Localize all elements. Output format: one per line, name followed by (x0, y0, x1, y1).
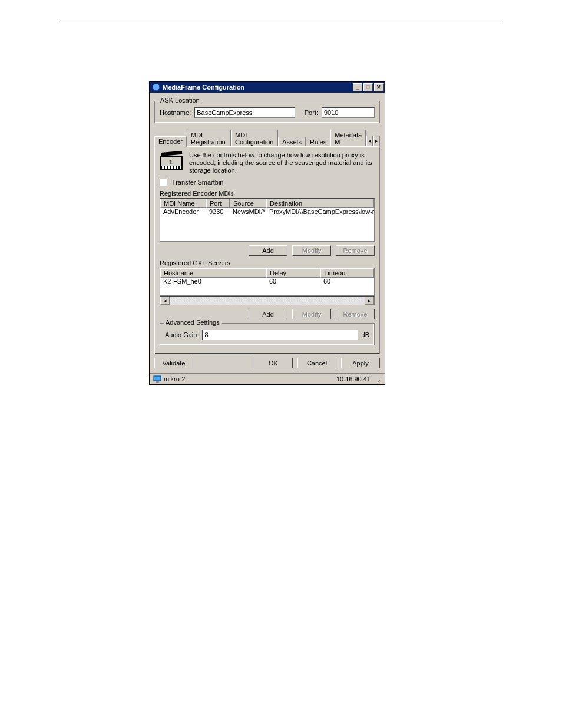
svg-point-0 (153, 84, 160, 91)
ask-location-group: ASK Location Hostname: Port: (154, 101, 380, 123)
scroll-track[interactable] (170, 297, 365, 305)
svg-rect-8 (177, 166, 178, 169)
col-mdi-name[interactable]: MDI Name (160, 199, 206, 208)
mdi-remove-button[interactable]: Remove (336, 245, 375, 256)
col-timeout[interactable]: Timeout (320, 268, 374, 278)
app-icon (152, 83, 160, 91)
tab-encoder[interactable]: Encoder (154, 136, 187, 147)
ask-location-legend: ASK Location (158, 97, 201, 104)
minimize-button[interactable]: _ (353, 83, 362, 91)
registered-encoder-mdis-label: Registered Encoder MDIs (160, 190, 375, 197)
status-bar: mikro-2 10.16.90.41 (150, 373, 385, 384)
resize-grip-icon[interactable] (373, 375, 381, 383)
port-input[interactable] (322, 107, 375, 118)
tab-metadata[interactable]: Metadata M (330, 130, 366, 147)
audio-gain-input[interactable] (202, 330, 358, 340)
status-ip: 10.16.90.41 (336, 375, 371, 383)
svg-rect-13 (156, 381, 159, 383)
hostname-input[interactable] (194, 107, 295, 118)
encoder-tab-panel: 1 Use the controls below to change how l… (154, 146, 380, 354)
mdi-add-button[interactable]: Add (249, 245, 287, 256)
titlebar[interactable]: MediaFrame Configuration _ □ ✕ (150, 82, 385, 93)
encoder-description: Use the controls below to change how low… (189, 151, 375, 175)
close-button[interactable]: ✕ (374, 83, 384, 91)
computer-icon (153, 375, 161, 383)
tab-assets[interactable]: Assets (278, 137, 306, 147)
svg-rect-10 (161, 151, 182, 156)
validate-button[interactable]: Validate (154, 358, 193, 368)
col-delay[interactable]: Delay (266, 268, 320, 278)
gxf-remove-button[interactable]: Remove (336, 309, 375, 319)
svg-rect-5 (168, 166, 170, 169)
cell-timeout: 60 (320, 278, 374, 285)
cell-hostname: K2-FSM_he0 (160, 278, 266, 285)
cancel-button[interactable]: Cancel (297, 358, 336, 368)
gxf-scrollbar[interactable]: ◄ ► (160, 296, 375, 305)
gxf-server-table[interactable]: Hostname Delay Timeout K2-FSM_he0 60 60 (160, 268, 375, 296)
tab-rules[interactable]: Rules (306, 137, 330, 147)
svg-rect-6 (171, 166, 173, 169)
status-host: mikro-2 (164, 375, 186, 383)
apply-button[interactable]: Apply (341, 358, 380, 368)
tab-scroll-right[interactable]: ► (373, 136, 380, 146)
svg-text:1: 1 (169, 159, 173, 166)
transfer-smartbin-label: Transfer Smartbin (172, 179, 224, 186)
scroll-left-button[interactable]: ◄ (160, 297, 170, 305)
svg-rect-12 (154, 376, 161, 381)
tab-scroll-left[interactable]: ◄ (366, 136, 373, 146)
col-destination[interactable]: Destination (266, 199, 374, 208)
table-row[interactable]: K2-FSM_he0 60 60 (160, 278, 374, 285)
cell-port: 9230 (206, 208, 230, 215)
mdi-modify-button[interactable]: Modify (292, 245, 331, 256)
svg-rect-9 (180, 166, 181, 169)
cell-mdi-name: AdvEncoder (160, 208, 206, 215)
film-icon: 1 (160, 151, 183, 172)
scroll-right-button[interactable]: ► (365, 297, 374, 305)
gxf-modify-button[interactable]: Modify (292, 309, 331, 319)
table-row[interactable]: AdvEncoder 9230 NewsMDI/* ProxyMDI/\\Bas… (160, 208, 374, 215)
cell-delay: 60 (266, 278, 320, 285)
svg-rect-7 (174, 166, 176, 169)
encoder-mdi-table[interactable]: MDI Name Port Source Destination AdvEnco… (160, 198, 375, 242)
window-title: MediaFrame Configuration (163, 84, 352, 91)
gxf-add-button[interactable]: Add (249, 309, 287, 319)
hostname-label: Hostname: (160, 109, 191, 116)
transfer-smartbin-checkbox[interactable] (160, 179, 167, 186)
col-hostname[interactable]: Hostname (160, 268, 266, 278)
registered-gxf-servers-label: Registered GXF Servers (160, 259, 375, 266)
ok-button[interactable]: OK (254, 358, 293, 368)
mediaframe-config-window: MediaFrame Configuration _ □ ✕ ASK Locat… (149, 81, 385, 385)
transfer-smartbin-row: Transfer Smartbin (160, 179, 375, 187)
maximize-button[interactable]: □ (363, 83, 373, 91)
cell-source: NewsMDI/* (230, 208, 266, 215)
advanced-settings-group: Advanced Settings Audio Gain: dB (160, 323, 375, 345)
tab-mdi-configuration[interactable]: MDI Configuration (231, 130, 278, 147)
audio-gain-unit: dB (362, 331, 369, 338)
port-label: Port: (305, 109, 318, 116)
tab-strip: Encoder MDI Registration MDI Configurati… (154, 129, 380, 146)
svg-rect-3 (162, 166, 164, 169)
cell-destination: ProxyMDI/\\BaseCampExpress\low-res (266, 208, 374, 215)
page-divider (60, 22, 502, 22)
advanced-settings-legend: Advanced Settings (164, 319, 222, 326)
col-source[interactable]: Source (230, 199, 266, 208)
svg-rect-4 (165, 166, 167, 169)
col-port[interactable]: Port (206, 199, 230, 208)
audio-gain-label: Audio Gain: (165, 331, 199, 338)
tab-mdi-registration[interactable]: MDI Registration (187, 130, 231, 147)
